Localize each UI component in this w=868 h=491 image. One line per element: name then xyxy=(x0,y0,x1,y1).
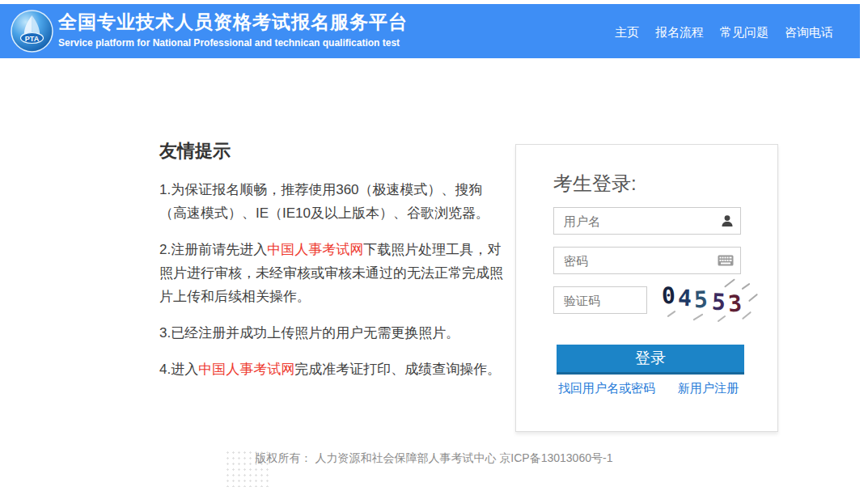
forgot-credentials-link[interactable]: 找回用户名或密码 xyxy=(558,381,655,396)
captcha-digit: 0 xyxy=(661,282,676,310)
keyboard-icon xyxy=(718,255,734,267)
password-field-wrap xyxy=(553,247,741,274)
tips-heading: 友情提示 xyxy=(159,139,509,163)
tip-item-1: 1.为保证报名顺畅，推荐使用360（极速模式）、搜狗（高速模式）、IE（IE10… xyxy=(159,178,509,225)
password-input[interactable] xyxy=(554,248,740,273)
captcha-input[interactable] xyxy=(554,287,646,313)
header: PTA 全国专业技术人员资格考试报名服务平台 Service platform … xyxy=(0,4,860,58)
brand: 全国专业技术人员资格考试报名服务平台 Service platform for … xyxy=(58,9,408,49)
friendly-tips: 友情提示 1.为保证报名顺畅，推荐使用360（极速模式）、搜狗（高速模式）、IE… xyxy=(159,139,509,394)
logo-text: PTA xyxy=(25,35,40,43)
login-panel: 考生登录: xyxy=(515,144,778,432)
nav-home[interactable]: 主页 xyxy=(615,25,639,40)
captcha-digit: 5 xyxy=(711,289,726,316)
captcha-digit: 3 xyxy=(727,290,743,317)
captcha-image[interactable]: 0 4 5 5 3 xyxy=(660,281,759,321)
tip-4-text-after: 完成准考证打印、成绩查询操作。 xyxy=(294,362,501,377)
tip-2-text: 2.注册前请先进入 xyxy=(159,242,267,257)
user-icon xyxy=(721,214,734,227)
login-links: 找回用户名或密码 新用户注册 xyxy=(558,381,746,396)
nav-faq[interactable]: 常见问题 xyxy=(720,25,768,40)
nav-phone[interactable]: 咨询电话 xyxy=(785,25,833,40)
tip-4-text: 4.进入 xyxy=(159,362,198,377)
username-field-wrap xyxy=(553,207,741,235)
footer-copyright: 版权所有： 人力资源和社会保障部人事考试中心 京ICP备13013060号-1 xyxy=(0,451,868,466)
username-input[interactable] xyxy=(554,208,740,234)
tip-item-2: 2.注册前请先进入中国人事考试网下载照片处理工具，对照片进行审核，未经审核或审核… xyxy=(159,238,509,308)
captcha-digit: 4 xyxy=(677,285,692,312)
tip-item-3: 3.已经注册并成功上传照片的用户无需更换照片。 xyxy=(159,321,509,345)
nav-registration-process[interactable]: 报名流程 xyxy=(655,25,704,40)
login-button[interactable]: 登录 xyxy=(557,345,744,375)
site-title: 全国专业技术人员资格考试报名服务平台 xyxy=(58,9,408,35)
pta-logo-icon: PTA xyxy=(11,10,53,53)
cpta-link[interactable]: 中国人事考试网 xyxy=(267,242,363,257)
header-nav: 主页 报名流程 常见问题 咨询电话 xyxy=(615,25,833,40)
captcha-digit: 5 xyxy=(693,286,708,314)
cpta-link-2[interactable]: 中国人事考试网 xyxy=(198,362,294,377)
page: PTA 全国专业技术人员资格考试报名服务平台 Service platform … xyxy=(0,0,868,491)
new-user-register-link[interactable]: 新用户注册 xyxy=(678,381,739,396)
site-subtitle: Service platform for National Profession… xyxy=(58,37,408,49)
tip-item-4: 4.进入中国人事考试网完成准考证打印、成绩查询操作。 xyxy=(159,358,509,381)
login-heading: 考生登录: xyxy=(553,171,777,197)
captcha-field-wrap xyxy=(553,286,647,314)
